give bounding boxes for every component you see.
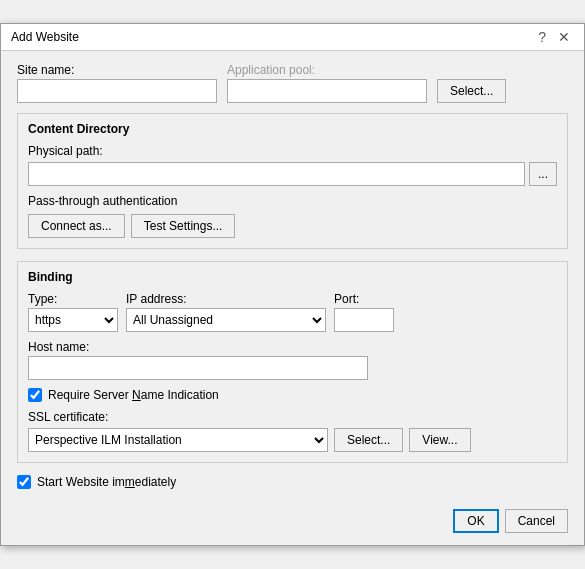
- passthrough-title: Pass-through authentication: [28, 194, 557, 208]
- site-name-label: Site name:: [17, 63, 217, 77]
- passthrough-buttons: Connect as... Test Settings...: [28, 214, 557, 238]
- app-pool-group: Application pool: IdentityServer: [227, 63, 427, 103]
- sni-underline-n: N: [132, 388, 141, 402]
- title-bar: Add Website ? ✕: [1, 24, 584, 51]
- ssl-select-button[interactable]: Select...: [334, 428, 403, 452]
- physical-path-label: Physical path:: [28, 144, 557, 158]
- ip-address-label: IP address:: [126, 292, 326, 306]
- type-group: Type: https: [28, 292, 118, 332]
- dialog-title: Add Website: [11, 30, 79, 44]
- ok-button[interactable]: OK: [453, 509, 498, 533]
- add-website-dialog: Add Website ? ✕ Site name: IdentityServe…: [0, 23, 585, 546]
- sni-checkbox[interactable]: [28, 388, 42, 402]
- start-website-label: Start Website immediately: [37, 475, 176, 489]
- connect-as-button[interactable]: Connect as...: [28, 214, 125, 238]
- start-underline-m: m: [125, 475, 135, 489]
- hostname-input[interactable]: ident-server.bizdata.local: [28, 356, 368, 380]
- port-group: Port: 443: [334, 292, 394, 332]
- site-name-group: Site name: IdentityServer: [17, 63, 217, 103]
- hostname-row: Host name: ident-server.bizdata.local: [28, 340, 557, 380]
- site-app-row: Site name: IdentityServer Application po…: [17, 63, 568, 103]
- ssl-cert-select[interactable]: Perspective ILM Installation: [28, 428, 328, 452]
- binding-title: Binding: [28, 270, 557, 284]
- ssl-cert-label: SSL certificate:: [28, 410, 557, 424]
- browse-button[interactable]: ...: [529, 162, 557, 186]
- binding-type-ip-port-row: Type: https IP address: All Unassigned P…: [28, 292, 557, 332]
- close-button[interactable]: ✕: [554, 30, 574, 44]
- physical-path-input[interactable]: c:\inetpub\IdentityServer: [28, 162, 525, 186]
- app-pool-select-button[interactable]: Select...: [437, 79, 506, 103]
- sni-label: Require Server Name Indication: [48, 388, 219, 402]
- type-label: Type:: [28, 292, 118, 306]
- footer-buttons: OK Cancel: [453, 509, 568, 533]
- app-pool-label: Application pool:: [227, 63, 427, 77]
- physical-path-row: c:\inetpub\IdentityServer ...: [28, 162, 557, 186]
- ip-address-group: IP address: All Unassigned: [126, 292, 326, 332]
- port-label: Port:: [334, 292, 394, 306]
- dialog-body: Site name: IdentityServer Application po…: [1, 51, 584, 545]
- start-website-checkbox[interactable]: [17, 475, 31, 489]
- binding-section: Binding Type: https IP address: All Unas…: [17, 261, 568, 463]
- ssl-certificate-section: SSL certificate: Perspective ILM Install…: [28, 410, 557, 452]
- site-name-input[interactable]: IdentityServer: [17, 79, 217, 103]
- type-select[interactable]: https: [28, 308, 118, 332]
- footer-row: OK Cancel: [17, 501, 568, 533]
- ssl-select-row: Perspective ILM Installation Select... V…: [28, 428, 557, 452]
- cancel-button[interactable]: Cancel: [505, 509, 568, 533]
- sni-checkbox-row: Require Server Name Indication: [28, 388, 557, 402]
- ssl-view-button[interactable]: View...: [409, 428, 470, 452]
- start-website-row: Start Website immediately: [17, 475, 568, 489]
- ip-address-select[interactable]: All Unassigned: [126, 308, 326, 332]
- test-settings-button[interactable]: Test Settings...: [131, 214, 236, 238]
- title-bar-controls: ? ✕: [534, 30, 574, 44]
- help-button[interactable]: ?: [534, 30, 550, 44]
- content-directory-title: Content Directory: [28, 122, 557, 136]
- content-directory-section: Content Directory Physical path: c:\inet…: [17, 113, 568, 249]
- app-pool-input[interactable]: IdentityServer: [227, 79, 427, 103]
- port-input[interactable]: 443: [334, 308, 394, 332]
- hostname-label: Host name:: [28, 340, 557, 354]
